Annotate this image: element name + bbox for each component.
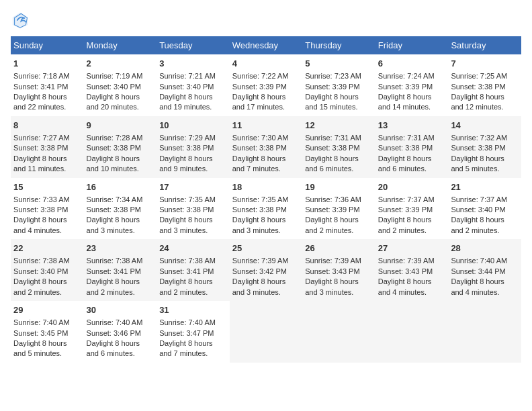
calendar-week-2: 8Sunrise: 7:27 AMSunset: 3:38 PMDaylight… (11, 116, 521, 178)
svg-marker-0 (13, 13, 28, 29)
calendar-week-3: 15Sunrise: 7:33 AMSunset: 3:38 PMDayligh… (11, 178, 521, 240)
calendar-cell: 27Sunrise: 7:39 AMSunset: 3:43 PMDayligh… (375, 239, 449, 301)
calendar-body: 1Sunrise: 7:18 AMSunset: 3:41 PMDaylight… (11, 54, 521, 363)
calendar-cell: 11Sunrise: 7:30 AMSunset: 3:38 PMDayligh… (230, 116, 303, 178)
day-header-saturday: Saturday (448, 36, 521, 54)
calendar-cell: 3Sunrise: 7:21 AMSunset: 3:40 PMDaylight… (157, 54, 230, 116)
day-header-tuesday: Tuesday (157, 36, 230, 54)
calendar-cell: 18Sunrise: 7:35 AMSunset: 3:38 PMDayligh… (230, 178, 303, 240)
calendar-cell: 15Sunrise: 7:33 AMSunset: 3:38 PMDayligh… (11, 178, 84, 240)
logo-icon (11, 11, 30, 30)
calendar-cell (448, 301, 521, 363)
day-header-wednesday: Wednesday (230, 36, 303, 54)
calendar-cell: 6Sunrise: 7:24 AMSunset: 3:39 PMDaylight… (375, 54, 449, 116)
calendar-table: SundayMondayTuesdayWednesdayThursdayFrid… (11, 36, 521, 363)
calendar-cell: 22Sunrise: 7:38 AMSunset: 3:40 PMDayligh… (11, 239, 84, 301)
logo (11, 11, 32, 30)
calendar-cell: 14Sunrise: 7:32 AMSunset: 3:38 PMDayligh… (448, 116, 521, 178)
calendar-cell: 4Sunrise: 7:22 AMSunset: 3:39 PMDaylight… (230, 54, 303, 116)
page-header (11, 11, 521, 30)
calendar-cell: 25Sunrise: 7:39 AMSunset: 3:42 PMDayligh… (230, 239, 303, 301)
calendar-cell: 10Sunrise: 7:29 AMSunset: 3:38 PMDayligh… (157, 116, 230, 178)
calendar-cell: 24Sunrise: 7:38 AMSunset: 3:41 PMDayligh… (157, 239, 230, 301)
calendar-cell: 5Sunrise: 7:23 AMSunset: 3:39 PMDaylight… (302, 54, 375, 116)
calendar-cell: 13Sunrise: 7:31 AMSunset: 3:38 PMDayligh… (375, 116, 449, 178)
calendar-week-4: 22Sunrise: 7:38 AMSunset: 3:40 PMDayligh… (11, 239, 521, 301)
calendar-cell: 28Sunrise: 7:40 AMSunset: 3:44 PMDayligh… (448, 239, 521, 301)
calendar-cell: 29Sunrise: 7:40 AMSunset: 3:45 PMDayligh… (11, 301, 84, 363)
calendar-cell: 31Sunrise: 7:40 AMSunset: 3:47 PMDayligh… (157, 301, 230, 363)
calendar-cell: 2Sunrise: 7:19 AMSunset: 3:40 PMDaylight… (84, 54, 157, 116)
day-header-friday: Friday (375, 36, 449, 54)
day-header-monday: Monday (84, 36, 157, 54)
calendar-cell: 20Sunrise: 7:37 AMSunset: 3:39 PMDayligh… (375, 178, 449, 240)
calendar-week-5: 29Sunrise: 7:40 AMSunset: 3:45 PMDayligh… (11, 301, 521, 363)
calendar-cell: 26Sunrise: 7:39 AMSunset: 3:43 PMDayligh… (302, 239, 375, 301)
calendar-cell: 21Sunrise: 7:37 AMSunset: 3:40 PMDayligh… (448, 178, 521, 240)
calendar-cell (302, 301, 375, 363)
days-header-row: SundayMondayTuesdayWednesdayThursdayFrid… (11, 36, 521, 54)
calendar-cell (375, 301, 449, 363)
day-header-thursday: Thursday (302, 36, 375, 54)
calendar-cell: 1Sunrise: 7:18 AMSunset: 3:41 PMDaylight… (11, 54, 84, 116)
calendar-week-1: 1Sunrise: 7:18 AMSunset: 3:41 PMDaylight… (11, 54, 521, 116)
calendar-cell: 19Sunrise: 7:36 AMSunset: 3:39 PMDayligh… (302, 178, 375, 240)
day-header-sunday: Sunday (11, 36, 84, 54)
calendar-cell: 8Sunrise: 7:27 AMSunset: 3:38 PMDaylight… (11, 116, 84, 178)
calendar-cell: 9Sunrise: 7:28 AMSunset: 3:38 PMDaylight… (84, 116, 157, 178)
calendar-cell: 16Sunrise: 7:34 AMSunset: 3:38 PMDayligh… (84, 178, 157, 240)
calendar-cell: 7Sunrise: 7:25 AMSunset: 3:38 PMDaylight… (448, 54, 521, 116)
calendar-cell: 17Sunrise: 7:35 AMSunset: 3:38 PMDayligh… (157, 178, 230, 240)
calendar-cell: 12Sunrise: 7:31 AMSunset: 3:38 PMDayligh… (302, 116, 375, 178)
calendar-cell (230, 301, 303, 363)
calendar-cell: 23Sunrise: 7:38 AMSunset: 3:41 PMDayligh… (84, 239, 157, 301)
calendar-cell: 30Sunrise: 7:40 AMSunset: 3:46 PMDayligh… (84, 301, 157, 363)
